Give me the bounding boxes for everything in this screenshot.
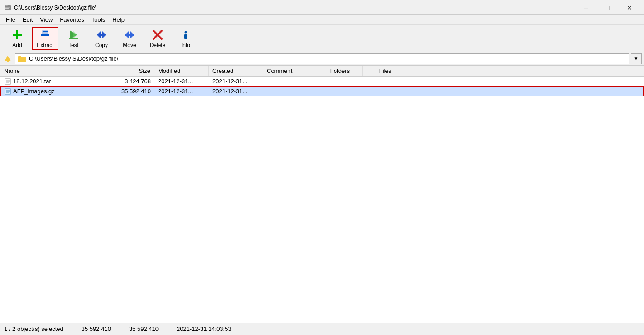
menu-item-file[interactable]: File bbox=[2, 15, 19, 24]
title-bar-controls: ─ □ ✕ bbox=[576, 0, 640, 15]
status-datetime: 2021-12-31 14:03:53 bbox=[177, 325, 231, 332]
delete-icon bbox=[151, 29, 164, 41]
table-row[interactable]: 18.12.2021.tar 3 424 768 2021-12-31... 2… bbox=[0, 77, 644, 86]
file-files bbox=[363, 91, 408, 92]
file-comment bbox=[263, 81, 317, 82]
svg-marker-12 bbox=[73, 31, 77, 38]
delete-button[interactable]: Delete bbox=[144, 27, 171, 50]
file-created: 2021-12-31... bbox=[209, 87, 263, 95]
maximize-button[interactable]: □ bbox=[597, 0, 618, 15]
file-list-container: Name Size Modified Created Comment Folde… bbox=[0, 66, 644, 323]
file-rows: 18.12.2021.tar 3 424 768 2021-12-31... 2… bbox=[0, 77, 644, 96]
file-list-header: Name Size Modified Created Comment Folde… bbox=[0, 66, 644, 77]
address-input-container[interactable]: C:\Users\Blessy S\Desktop\gz file\ bbox=[15, 53, 629, 64]
svg-marker-13 bbox=[97, 31, 101, 38]
col-header-name[interactable]: Name bbox=[0, 66, 100, 76]
title-bar: C:\Users\Blessy S\Desktop\gz file\ ─ □ ✕ bbox=[0, 0, 644, 15]
extract-button[interactable]: Extract bbox=[32, 27, 58, 50]
file-type-icon bbox=[4, 88, 11, 95]
status-size1: 35 592 410 bbox=[82, 325, 111, 332]
address-dropdown-button[interactable]: ▼ bbox=[631, 53, 642, 64]
col-header-comment[interactable]: Comment bbox=[263, 66, 317, 76]
address-folder-icon bbox=[18, 56, 26, 62]
move-button[interactable]: Move bbox=[116, 27, 143, 50]
add-button[interactable]: Add bbox=[4, 27, 30, 50]
info-button[interactable]: Info bbox=[173, 27, 199, 50]
svg-rect-27 bbox=[18, 56, 21, 58]
move-icon bbox=[123, 29, 136, 41]
file-comment bbox=[263, 91, 317, 92]
svg-rect-18 bbox=[125, 34, 134, 36]
move-label: Move bbox=[123, 42, 136, 48]
file-folders bbox=[317, 81, 363, 82]
col-header-size[interactable]: Size bbox=[100, 66, 154, 76]
svg-rect-9 bbox=[41, 34, 49, 36]
title-bar-left: C:\Users\Blessy S\Desktop\gz file\ bbox=[4, 4, 96, 11]
file-name: AFP_images.gz bbox=[0, 87, 100, 96]
col-header-folders[interactable]: Folders bbox=[317, 66, 363, 76]
minimize-button[interactable]: ─ bbox=[576, 0, 596, 15]
file-created: 2021-12-31... bbox=[209, 77, 263, 85]
file-size: 3 424 768 bbox=[100, 77, 154, 85]
file-size: 35 592 410 bbox=[100, 87, 154, 95]
menu-item-favorites[interactable]: Favorites bbox=[56, 15, 87, 24]
status-size2: 35 592 410 bbox=[129, 325, 159, 332]
svg-rect-25 bbox=[7, 59, 9, 62]
add-label: Add bbox=[12, 42, 22, 48]
test-button[interactable]: Test bbox=[60, 27, 87, 50]
test-label: Test bbox=[68, 42, 78, 48]
extract-label: Extract bbox=[37, 42, 53, 48]
app-icon bbox=[4, 4, 11, 11]
svg-rect-0 bbox=[5, 5, 11, 10]
window-title: C:\Users\Blessy S\Desktop\gz file\ bbox=[14, 5, 96, 11]
col-header-modified[interactable]: Modified bbox=[154, 66, 209, 76]
toolbar: Add Extract Test bbox=[0, 25, 644, 52]
menu-item-tools[interactable]: Tools bbox=[88, 15, 109, 24]
copy-button[interactable]: Copy bbox=[88, 27, 115, 50]
svg-rect-3 bbox=[5, 8, 9, 9]
svg-rect-1 bbox=[5, 5, 8, 6]
plus-icon bbox=[11, 29, 24, 41]
svg-marker-14 bbox=[102, 31, 106, 38]
copy-label: Copy bbox=[95, 42, 108, 48]
minus-icon bbox=[39, 29, 52, 41]
svg-rect-2 bbox=[5, 7, 10, 8]
file-folders bbox=[317, 91, 363, 92]
file-modified: 2021-12-31... bbox=[154, 87, 209, 95]
close-button[interactable]: ✕ bbox=[619, 0, 640, 15]
test-icon bbox=[67, 29, 80, 41]
svg-rect-15 bbox=[100, 34, 103, 36]
menu-item-edit[interactable]: Edit bbox=[19, 15, 36, 24]
col-header-created[interactable]: Created bbox=[209, 66, 263, 76]
copy-icon bbox=[95, 29, 108, 41]
status-selection: 1 / 2 object(s) selected bbox=[4, 325, 63, 332]
svg-point-21 bbox=[185, 31, 187, 33]
menu-item-view[interactable]: View bbox=[36, 15, 56, 24]
file-files bbox=[363, 81, 408, 82]
info-icon bbox=[179, 29, 192, 41]
up-button[interactable] bbox=[2, 53, 13, 64]
menu-item-help[interactable]: Help bbox=[109, 15, 128, 24]
file-name: 18.12.2021.tar bbox=[0, 77, 100, 86]
menu-bar: FileEditViewFavoritesToolsHelp bbox=[0, 15, 644, 25]
file-type-icon bbox=[4, 78, 11, 85]
table-row[interactable]: AFP_images.gz 35 592 410 2021-12-31... 2… bbox=[0, 86, 644, 96]
col-header-files[interactable]: Files bbox=[363, 66, 408, 76]
address-path: C:\Users\Blessy S\Desktop\gz file\ bbox=[29, 55, 118, 62]
svg-rect-22 bbox=[184, 34, 187, 39]
delete-label: Delete bbox=[150, 42, 166, 48]
info-label: Info bbox=[181, 42, 190, 48]
status-bar: 1 / 2 object(s) selected 35 592 410 35 5… bbox=[0, 323, 644, 335]
address-bar: C:\Users\Blessy S\Desktop\gz file\ ▼ bbox=[0, 52, 644, 66]
file-modified: 2021-12-31... bbox=[154, 77, 209, 85]
svg-rect-5 bbox=[13, 34, 22, 36]
